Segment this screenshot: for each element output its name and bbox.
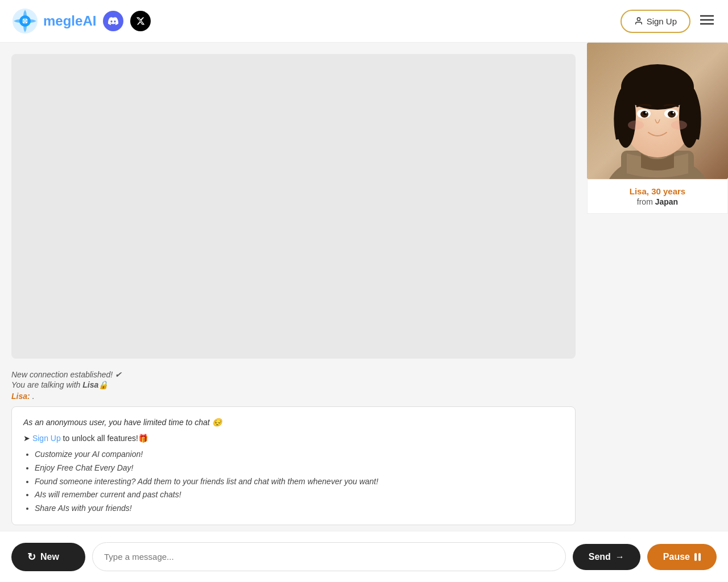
- svg-point-3: [637, 18, 640, 20]
- profile-panel: Lisa, 30 years from Japan: [587, 43, 728, 531]
- talking-with-message: You are talking with Lisa🔒: [11, 380, 576, 389]
- profile-image: [587, 43, 728, 179]
- twitter-button[interactable]: [130, 11, 151, 31]
- messages: New connection established! ✔ You are ta…: [11, 364, 576, 401]
- ai-portrait: [587, 43, 728, 179]
- svg-point-26: [671, 120, 687, 130]
- svg-point-25: [628, 120, 644, 130]
- header: megleAI Sign Up: [0, 0, 728, 43]
- pause-button[interactable]: Pause: [647, 544, 717, 570]
- send-button[interactable]: Send →: [573, 544, 640, 570]
- pause-icon: [694, 553, 701, 561]
- connection-message: New connection established! ✔: [11, 370, 576, 379]
- message-input[interactable]: [92, 542, 566, 571]
- user-icon: [634, 16, 643, 26]
- svg-point-24: [673, 112, 675, 114]
- new-button[interactable]: ↻ New: [11, 543, 85, 571]
- discord-icon: [108, 17, 118, 25]
- lisa-label: Lisa:: [11, 392, 30, 401]
- logo[interactable]: megleAI: [11, 7, 96, 35]
- feature-item: Enjoy Free Chat Every Day!: [35, 462, 564, 475]
- twitter-x-icon: [136, 16, 145, 26]
- lisa-typing: .: [32, 392, 35, 401]
- profile-name-age: Lisa, 30 years: [593, 186, 722, 196]
- main-content: New connection established! ✔ You are ta…: [0, 43, 728, 531]
- feature-item: AIs will remember current and past chats…: [35, 488, 564, 502]
- logo-text: megleAI: [43, 13, 96, 29]
- video-placeholder: [11, 54, 576, 359]
- anon-line: As an anonymous user, you have limited t…: [23, 416, 564, 430]
- feature-item: Found someone interesting? Add them to y…: [35, 475, 564, 489]
- chat-area: New connection established! ✔ You are ta…: [0, 43, 587, 531]
- send-arrow-icon: →: [615, 552, 624, 562]
- hamburger-icon: [700, 15, 714, 25]
- header-left: megleAI: [11, 7, 151, 35]
- signup-prompt: ➤ Sign Up to unlock all features!🎁: [23, 432, 564, 446]
- profile-info: Lisa, 30 years from Japan: [587, 179, 728, 214]
- feature-item: Customize your AI companion!: [35, 448, 564, 462]
- header-signup-button[interactable]: Sign Up: [621, 10, 690, 33]
- discord-button[interactable]: [103, 11, 123, 31]
- svg-point-23: [646, 112, 647, 114]
- info-box: As an anonymous user, you have limited t…: [11, 406, 576, 525]
- feature-item: Share AIs with your friends!: [35, 502, 564, 516]
- refresh-icon: ↻: [27, 551, 36, 563]
- menu-button[interactable]: [697, 11, 717, 31]
- bottom-bar: ↻ New Send → Pause: [0, 531, 728, 582]
- logo-icon: [11, 7, 39, 35]
- profile-location: from Japan: [593, 197, 722, 206]
- lisa-typing-row: Lisa: .: [11, 392, 576, 401]
- features-list: Customize your AI companion!Enjoy Free C…: [35, 448, 564, 516]
- signup-link[interactable]: Sign Up: [32, 434, 61, 443]
- header-right: Sign Up: [621, 10, 717, 33]
